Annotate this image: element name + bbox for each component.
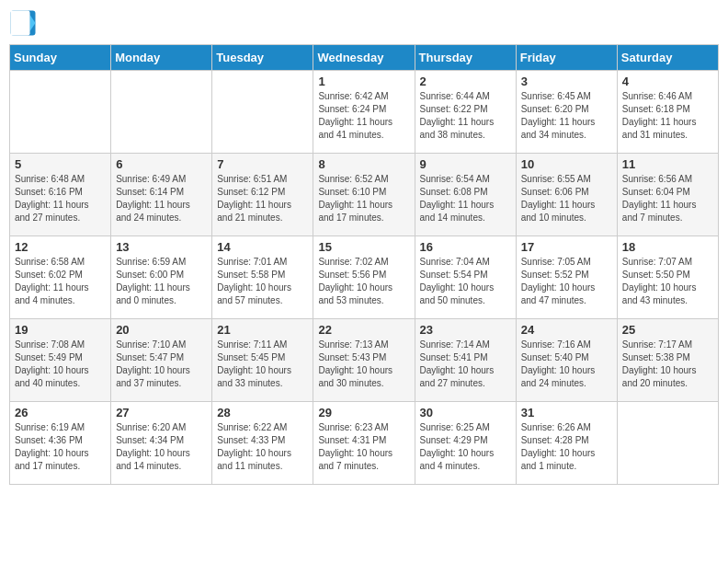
day-header-saturday: Saturday — [617, 45, 718, 71]
day-info: Sunrise: 6:25 AM Sunset: 4:29 PM Dayligh… — [420, 421, 511, 473]
day-info: Sunrise: 6:54 AM Sunset: 6:08 PM Dayligh… — [420, 173, 511, 224]
calendar-cell: 31Sunrise: 6:26 AM Sunset: 4:28 PM Dayli… — [516, 402, 617, 485]
calendar-cell: 9Sunrise: 6:54 AM Sunset: 6:08 PM Daylig… — [415, 154, 516, 236]
calendar-cell: 1Sunrise: 6:42 AM Sunset: 6:24 PM Daylig… — [313, 71, 415, 154]
day-info: Sunrise: 7:17 AM Sunset: 5:38 PM Dayligh… — [622, 339, 713, 390]
day-number: 17 — [521, 240, 612, 254]
calendar-cell — [10, 71, 111, 154]
day-number: 22 — [318, 323, 409, 337]
calendar-cell: 19Sunrise: 7:08 AM Sunset: 5:49 PM Dayli… — [10, 319, 111, 402]
calendar-week-2: 12Sunrise: 6:58 AM Sunset: 6:02 PM Dayli… — [10, 236, 719, 319]
calendar-cell: 22Sunrise: 7:13 AM Sunset: 5:43 PM Dayli… — [313, 319, 415, 402]
calendar-cell: 17Sunrise: 7:05 AM Sunset: 5:52 PM Dayli… — [516, 236, 617, 319]
day-number: 9 — [420, 157, 511, 171]
calendar-cell: 5Sunrise: 6:48 AM Sunset: 6:16 PM Daylig… — [10, 154, 111, 236]
day-info: Sunrise: 7:04 AM Sunset: 5:54 PM Dayligh… — [420, 256, 511, 307]
calendar-cell: 24Sunrise: 7:16 AM Sunset: 5:40 PM Dayli… — [516, 319, 617, 402]
header-row: SundayMondayTuesdayWednesdayThursdayFrid… — [10, 45, 719, 71]
day-info: Sunrise: 7:02 AM Sunset: 5:56 PM Dayligh… — [318, 256, 409, 307]
calendar-cell: 18Sunrise: 7:07 AM Sunset: 5:50 PM Dayli… — [617, 236, 718, 319]
day-number: 3 — [521, 75, 612, 88]
day-header-thursday: Thursday — [415, 45, 516, 71]
calendar-cell: 6Sunrise: 6:49 AM Sunset: 6:14 PM Daylig… — [111, 154, 212, 236]
day-header-tuesday: Tuesday — [212, 45, 313, 71]
day-info: Sunrise: 6:26 AM Sunset: 4:28 PM Dayligh… — [521, 421, 612, 473]
day-info: Sunrise: 7:11 AM Sunset: 5:45 PM Dayligh… — [217, 339, 308, 390]
day-info: Sunrise: 6:55 AM Sunset: 6:06 PM Dayligh… — [521, 173, 612, 224]
day-info: Sunrise: 6:51 AM Sunset: 6:12 PM Dayligh… — [217, 173, 308, 224]
day-number: 6 — [116, 157, 207, 171]
day-number: 27 — [116, 406, 207, 419]
calendar-cell: 30Sunrise: 6:25 AM Sunset: 4:29 PM Dayli… — [415, 402, 516, 485]
day-number: 20 — [116, 323, 207, 337]
day-number: 28 — [217, 406, 308, 419]
day-number: 4 — [622, 75, 713, 88]
calendar-cell: 29Sunrise: 6:23 AM Sunset: 4:31 PM Dayli… — [313, 402, 415, 485]
calendar-cell: 25Sunrise: 7:17 AM Sunset: 5:38 PM Dayli… — [617, 319, 718, 402]
day-info: Sunrise: 6:44 AM Sunset: 6:22 PM Dayligh… — [420, 90, 511, 142]
day-info: Sunrise: 6:52 AM Sunset: 6:10 PM Dayligh… — [318, 173, 409, 224]
day-number: 25 — [622, 323, 713, 337]
day-number: 31 — [521, 406, 612, 419]
calendar-cell: 7Sunrise: 6:51 AM Sunset: 6:12 PM Daylig… — [212, 154, 313, 236]
day-info: Sunrise: 6:23 AM Sunset: 4:31 PM Dayligh… — [318, 421, 409, 473]
day-number: 21 — [217, 323, 308, 337]
calendar-table: SundayMondayTuesdayWednesdayThursdayFrid… — [9, 44, 719, 485]
day-info: Sunrise: 7:13 AM Sunset: 5:43 PM Dayligh… — [318, 339, 409, 390]
day-info: Sunrise: 6:19 AM Sunset: 4:36 PM Dayligh… — [15, 421, 106, 473]
calendar-cell: 21Sunrise: 7:11 AM Sunset: 5:45 PM Dayli… — [212, 319, 313, 402]
calendar-week-1: 5Sunrise: 6:48 AM Sunset: 6:16 PM Daylig… — [10, 154, 719, 236]
day-info: Sunrise: 7:16 AM Sunset: 5:40 PM Dayligh… — [521, 339, 612, 390]
calendar-week-4: 26Sunrise: 6:19 AM Sunset: 4:36 PM Dayli… — [10, 402, 719, 485]
calendar-cell — [617, 402, 718, 485]
day-number: 19 — [15, 323, 106, 337]
day-number: 13 — [116, 240, 207, 254]
calendar-week-0: 1Sunrise: 6:42 AM Sunset: 6:24 PM Daylig… — [10, 71, 719, 154]
calendar-cell: 27Sunrise: 6:20 AM Sunset: 4:34 PM Dayli… — [111, 402, 212, 485]
day-info: Sunrise: 6:42 AM Sunset: 6:24 PM Dayligh… — [318, 90, 409, 142]
calendar-cell: 8Sunrise: 6:52 AM Sunset: 6:10 PM Daylig… — [313, 154, 415, 236]
day-info: Sunrise: 6:59 AM Sunset: 6:00 PM Dayligh… — [116, 256, 207, 307]
page-header — [9, 9, 719, 37]
svg-rect-2 — [11, 11, 30, 36]
calendar-cell: 23Sunrise: 7:14 AM Sunset: 5:41 PM Dayli… — [415, 319, 516, 402]
calendar-cell — [111, 71, 212, 154]
day-number: 1 — [318, 75, 409, 88]
calendar-cell: 16Sunrise: 7:04 AM Sunset: 5:54 PM Dayli… — [415, 236, 516, 319]
day-number: 5 — [15, 157, 106, 171]
day-number: 7 — [217, 157, 308, 171]
calendar-cell: 20Sunrise: 7:10 AM Sunset: 5:47 PM Dayli… — [111, 319, 212, 402]
calendar-cell: 11Sunrise: 6:56 AM Sunset: 6:04 PM Dayli… — [617, 154, 718, 236]
day-number: 8 — [318, 157, 409, 171]
day-info: Sunrise: 6:20 AM Sunset: 4:34 PM Dayligh… — [116, 421, 207, 473]
calendar-cell: 2Sunrise: 6:44 AM Sunset: 6:22 PM Daylig… — [415, 71, 516, 154]
day-number: 11 — [622, 157, 713, 171]
day-number: 10 — [521, 157, 612, 171]
day-header-wednesday: Wednesday — [313, 45, 415, 71]
day-info: Sunrise: 7:07 AM Sunset: 5:50 PM Dayligh… — [622, 256, 713, 307]
calendar-cell: 3Sunrise: 6:45 AM Sunset: 6:20 PM Daylig… — [516, 71, 617, 154]
day-number: 18 — [622, 240, 713, 254]
day-info: Sunrise: 7:05 AM Sunset: 5:52 PM Dayligh… — [521, 256, 612, 307]
day-header-friday: Friday — [516, 45, 617, 71]
day-header-monday: Monday — [111, 45, 212, 71]
calendar-cell: 14Sunrise: 7:01 AM Sunset: 5:58 PM Dayli… — [212, 236, 313, 319]
day-info: Sunrise: 6:49 AM Sunset: 6:14 PM Dayligh… — [116, 173, 207, 224]
day-info: Sunrise: 6:58 AM Sunset: 6:02 PM Dayligh… — [15, 256, 106, 307]
day-number: 12 — [15, 240, 106, 254]
logo — [9, 9, 40, 37]
day-info: Sunrise: 7:01 AM Sunset: 5:58 PM Dayligh… — [217, 256, 308, 307]
day-info: Sunrise: 7:08 AM Sunset: 5:49 PM Dayligh… — [15, 339, 106, 390]
calendar-cell — [212, 71, 313, 154]
day-number: 26 — [15, 406, 106, 419]
day-info: Sunrise: 6:46 AM Sunset: 6:18 PM Dayligh… — [622, 90, 713, 142]
day-info: Sunrise: 6:45 AM Sunset: 6:20 PM Dayligh… — [521, 90, 612, 142]
day-number: 14 — [217, 240, 308, 254]
calendar-cell: 12Sunrise: 6:58 AM Sunset: 6:02 PM Dayli… — [10, 236, 111, 319]
day-info: Sunrise: 6:56 AM Sunset: 6:04 PM Dayligh… — [622, 173, 713, 224]
day-header-sunday: Sunday — [10, 45, 111, 71]
calendar-cell: 13Sunrise: 6:59 AM Sunset: 6:00 PM Dayli… — [111, 236, 212, 319]
day-number: 24 — [521, 323, 612, 337]
day-number: 29 — [318, 406, 409, 419]
day-number: 30 — [420, 406, 511, 419]
